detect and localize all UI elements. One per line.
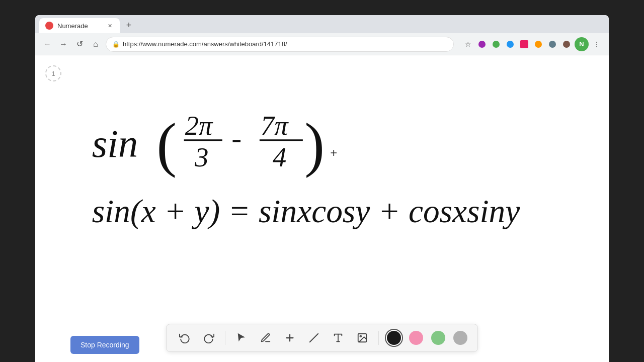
pen-tool-button[interactable] bbox=[258, 330, 274, 346]
separator-1 bbox=[225, 331, 225, 345]
svg-text:sin: sin bbox=[92, 122, 138, 165]
tab-bar: Numerade ✕ + bbox=[35, 15, 609, 33]
add-tool-button[interactable] bbox=[282, 330, 298, 346]
extension-icon-5[interactable] bbox=[532, 38, 544, 50]
page-indicator: 1 bbox=[45, 65, 61, 81]
right-border bbox=[609, 0, 644, 362]
svg-point-6 bbox=[563, 41, 570, 48]
extension-icon-2[interactable] bbox=[490, 38, 502, 50]
svg-point-0 bbox=[478, 41, 486, 48]
whiteboard: 1 sin ( 2π 3 - 7π bbox=[35, 55, 609, 362]
menu-icon[interactable]: ⋮ bbox=[591, 38, 603, 50]
svg-text:): ) bbox=[304, 111, 325, 178]
svg-point-25 bbox=[360, 335, 361, 337]
color-gray[interactable] bbox=[453, 331, 467, 345]
home-button[interactable]: ⌂ bbox=[90, 38, 102, 50]
lock-icon: 🔒 bbox=[112, 41, 120, 48]
image-tool-button[interactable] bbox=[354, 330, 370, 346]
bottom-toolbar bbox=[166, 324, 478, 352]
browser-toolbar: ☆ N ⋮ bbox=[462, 37, 603, 51]
svg-text:3: 3 bbox=[194, 142, 208, 172]
svg-point-5 bbox=[549, 41, 556, 48]
svg-text:2π: 2π bbox=[185, 110, 213, 141]
svg-text:+: + bbox=[330, 146, 337, 159]
text-tool-button[interactable] bbox=[330, 330, 346, 346]
browser-window: Numerade ✕ + ← → ↺ ⌂ 🔒 https://www.numer… bbox=[35, 15, 609, 362]
stop-recording-button[interactable]: Stop Recording bbox=[70, 336, 139, 354]
svg-text:(: ( bbox=[156, 111, 177, 178]
svg-point-1 bbox=[493, 41, 500, 48]
svg-rect-3 bbox=[520, 40, 528, 48]
tab-close-button[interactable]: ✕ bbox=[106, 22, 114, 30]
color-green[interactable] bbox=[431, 331, 445, 345]
back-button[interactable]: ← bbox=[41, 38, 53, 50]
svg-point-4 bbox=[535, 41, 542, 48]
undo-button[interactable] bbox=[177, 330, 193, 346]
eraser-tool-button[interactable] bbox=[306, 330, 322, 346]
bookmark-star-icon[interactable]: ☆ bbox=[462, 38, 474, 50]
url-text: https://www.numerade.com/answers/whitebo… bbox=[123, 40, 287, 48]
extension-icon-6[interactable] bbox=[546, 38, 558, 50]
svg-text:sin(x + y) = sinxcosy + cosxsi: sin(x + y) = sinxcosy + cosxsiny bbox=[92, 193, 521, 229]
new-tab-button[interactable]: + bbox=[122, 18, 136, 32]
left-border bbox=[0, 0, 35, 362]
extension-icon-1[interactable] bbox=[476, 38, 488, 50]
redo-button[interactable] bbox=[201, 330, 217, 346]
profile-icon[interactable]: N bbox=[575, 37, 589, 51]
extension-icon-3[interactable] bbox=[504, 38, 516, 50]
math-svg: sin ( 2π 3 - 7π 4 ) bbox=[75, 85, 569, 260]
address-bar-area: ← → ↺ ⌂ 🔒 https://www.numerade.com/answe… bbox=[35, 33, 609, 55]
reload-button[interactable]: ↺ bbox=[73, 38, 86, 50]
svg-point-2 bbox=[507, 41, 514, 48]
extension-icon-4[interactable] bbox=[518, 38, 530, 50]
svg-text:4: 4 bbox=[273, 142, 286, 172]
separator-2 bbox=[378, 331, 379, 345]
select-tool-button[interactable] bbox=[233, 330, 250, 346]
svg-text:-: - bbox=[231, 122, 242, 155]
color-black[interactable] bbox=[387, 331, 401, 345]
tab-favicon bbox=[45, 22, 53, 30]
svg-text:7π: 7π bbox=[261, 110, 289, 141]
math-content: sin ( 2π 3 - 7π 4 ) bbox=[75, 85, 569, 262]
extension-icon-7[interactable] bbox=[560, 38, 573, 50]
color-pink[interactable] bbox=[409, 331, 423, 345]
tab-title: Numerade bbox=[57, 22, 102, 30]
active-tab[interactable]: Numerade ✕ bbox=[39, 18, 120, 33]
forward-button[interactable]: → bbox=[57, 38, 69, 50]
svg-line-21 bbox=[310, 334, 318, 342]
address-bar[interactable]: 🔒 https://www.numerade.com/answers/white… bbox=[106, 37, 454, 52]
